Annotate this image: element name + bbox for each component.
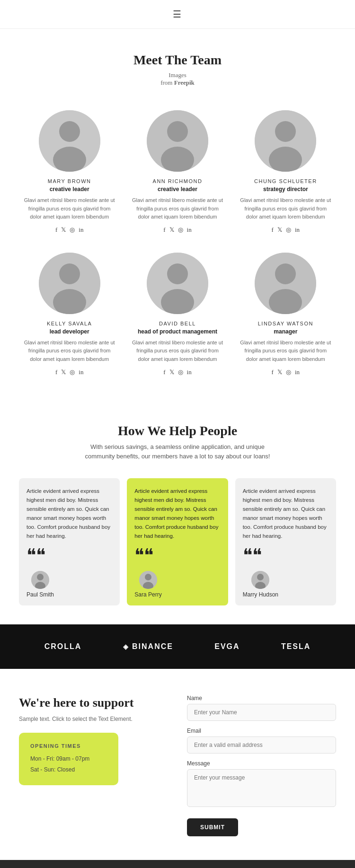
brands-section: CROLLA◈ BINANCEEVGATESLA (0, 624, 355, 669)
twitter-icon[interactable]: 𝕏 (169, 226, 174, 234)
social-icons: f 𝕏 ◎ in (163, 368, 191, 376)
reviewer-avatar (139, 571, 157, 589)
svg-point-16 (275, 263, 296, 284)
svg-point-25 (257, 574, 264, 580)
twitter-icon[interactable]: 𝕏 (61, 226, 66, 234)
testimonial-card: Article evident arrived express highest … (235, 478, 336, 605)
quote-mark: ❝❝ (134, 546, 153, 564)
facebook-icon[interactable]: f (272, 368, 274, 376)
instagram-icon[interactable]: ◎ (70, 226, 75, 234)
brand-logo: CROLLA (44, 642, 82, 651)
team-member: ANN RICHMOND creative leader Glavi amet … (127, 105, 228, 238)
member-avatar (255, 110, 316, 172)
instagram-icon[interactable]: ◎ (178, 368, 183, 376)
opening-weekdays: Mon - Fri: 09am - 07pm (30, 754, 107, 764)
team-member: LINDSAY WATSON manager Glavi amet ritnis… (235, 248, 336, 381)
submit-button[interactable]: SUBMIT (187, 818, 238, 836)
member-bio: Glavi amet ritnisl libero molestie ante … (131, 339, 224, 364)
member-avatar (39, 253, 100, 314)
message-input[interactable] (187, 769, 336, 807)
member-bio: Glavi amet ritnisl libero molestie ante … (131, 196, 224, 221)
brand-logo: EVGA (214, 642, 240, 651)
support-title: We're here to support (19, 695, 168, 711)
member-role: creative leader (50, 186, 89, 193)
instagram-icon[interactable]: ◎ (70, 368, 75, 376)
member-name: CHUNG SCHLUETER (254, 178, 317, 184)
linkedin-icon[interactable]: in (187, 368, 192, 376)
opening-weekends: Sat - Sun: Closed (30, 764, 107, 775)
reviewer-avatar (251, 571, 269, 589)
social-icons: f 𝕏 ◎ in (163, 226, 191, 234)
member-avatar (147, 253, 208, 314)
quote-mark: ❝❝ (27, 546, 45, 564)
name-field-group: Name (187, 695, 336, 721)
linkedin-icon[interactable]: in (187, 226, 192, 234)
binance-icon: ◈ (123, 643, 129, 650)
facebook-icon[interactable]: f (163, 226, 165, 234)
facebook-icon[interactable]: f (55, 368, 57, 376)
linkedin-icon[interactable]: in (295, 226, 300, 234)
member-bio: Glavi amet ritnisl libero molestie ante … (239, 196, 332, 221)
member-bio: Glavi amet ritnisl libero molestie ante … (23, 196, 116, 221)
facebook-icon[interactable]: f (55, 226, 57, 234)
brand-logo: TESLA (281, 642, 311, 651)
member-name: MARY BROWN (48, 178, 91, 184)
social-icons: f 𝕏 ◎ in (272, 368, 300, 376)
social-icons: f 𝕏 ◎ in (55, 368, 83, 376)
member-avatar (147, 110, 208, 172)
support-left: We're here to support Sample text. Click… (19, 695, 168, 785)
member-role: lead developer (50, 328, 89, 335)
brand-logo: ◈ BINANCE (123, 642, 173, 651)
svg-point-19 (37, 574, 44, 580)
instagram-icon[interactable]: ◎ (286, 226, 291, 234)
instagram-icon[interactable]: ◎ (286, 368, 291, 376)
member-name: LINDSAY WATSON (258, 321, 313, 326)
support-form: Name Email Message SUBMIT (187, 695, 336, 836)
instagram-icon[interactable]: ◎ (178, 226, 183, 234)
svg-point-22 (145, 574, 151, 580)
linkedin-icon[interactable]: in (79, 226, 83, 234)
team-section: Meet The Team Images from Freepik MARY B… (0, 29, 355, 395)
svg-point-4 (167, 121, 188, 142)
social-icons: f 𝕏 ◎ in (272, 226, 300, 234)
help-description: With serious savings, a seamless online … (78, 442, 277, 462)
member-name: ANN RICHMOND (153, 178, 203, 184)
reviewer-avatar (31, 571, 49, 589)
reviewer-row: Sara Perry (134, 571, 161, 598)
team-member: KELLY SAVALA lead developer Glavi amet r… (19, 248, 120, 381)
reviewer-name: Paul Smith (27, 591, 54, 598)
name-label: Name (187, 695, 336, 701)
facebook-icon[interactable]: f (163, 368, 165, 376)
name-input[interactable] (187, 704, 336, 721)
svg-point-10 (59, 263, 80, 284)
twitter-icon[interactable]: 𝕏 (61, 368, 66, 376)
message-label: Message (187, 760, 336, 767)
member-role: head of product management (138, 328, 217, 335)
reviewer-row: Paul Smith (27, 571, 54, 598)
email-input[interactable] (187, 736, 336, 754)
quote-mark: ❝❝ (243, 546, 262, 564)
member-bio: Glavi amet ritnisl libero molestie ante … (23, 339, 116, 364)
message-field-group: Message (187, 760, 336, 809)
linkedin-icon[interactable]: in (295, 368, 300, 376)
svg-point-1 (59, 121, 80, 142)
menu-icon[interactable]: ☰ (173, 9, 182, 20)
navigation: ☰ (0, 0, 355, 29)
member-avatar (39, 110, 100, 172)
svg-point-13 (167, 263, 188, 284)
member-name: DAVID BELL (159, 321, 196, 326)
testimonial-text: Article evident arrived express highest … (243, 487, 328, 541)
email-field-group: Email (187, 728, 336, 754)
member-role: creative leader (158, 186, 197, 193)
facebook-icon[interactable]: f (272, 226, 274, 234)
twitter-icon[interactable]: 𝕏 (277, 368, 282, 376)
support-section: We're here to support Sample text. Click… (0, 669, 355, 860)
testimonials-grid: Article evident arrived express highest … (19, 478, 336, 605)
social-icons: f 𝕏 ◎ in (55, 226, 83, 234)
linkedin-icon[interactable]: in (79, 368, 83, 376)
reviewer-row: Marry Hudson (243, 571, 278, 598)
member-role: strategy director (263, 186, 308, 193)
opening-times-box: OPENING TIMES Mon - Fri: 09am - 07pm Sat… (19, 733, 118, 786)
twitter-icon[interactable]: 𝕏 (169, 368, 174, 376)
twitter-icon[interactable]: 𝕏 (277, 226, 282, 234)
